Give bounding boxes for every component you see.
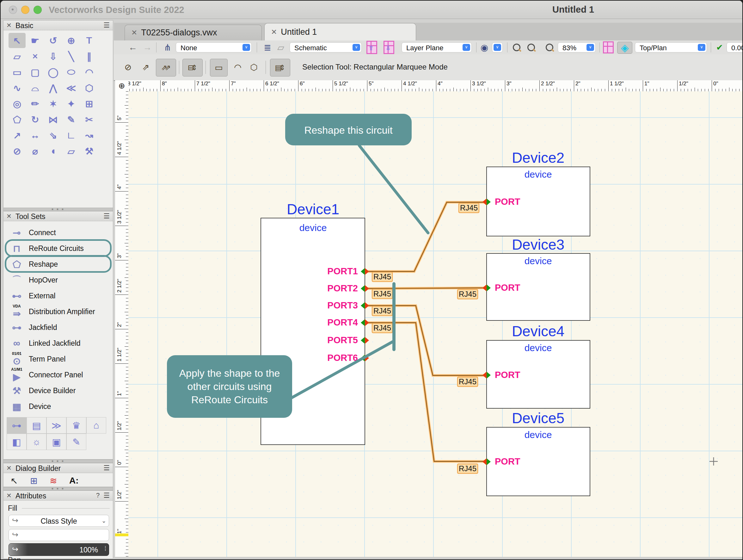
- opacity-bar[interactable]: ↪ 100% ⁞: [8, 543, 109, 556]
- device-device4[interactable]: Device4devicePORT: [487, 323, 590, 408]
- tool-set-item-reroute-circuits-tool[interactable]: ⊓ReRoute Circuits: [3, 241, 113, 256]
- push-pull-tool-icon[interactable]: ⇩: [45, 49, 62, 64]
- rectangle-tool-icon[interactable]: ▭: [8, 64, 26, 80]
- connector-category-icon[interactable]: ⊶: [7, 417, 27, 433]
- circle-tool-icon[interactable]: ◯: [45, 64, 62, 80]
- select-similar-tool-icon[interactable]: ✦: [62, 96, 80, 111]
- projection-select[interactable]: Top/Plan ∨: [635, 42, 707, 52]
- palette-menu-icon[interactable]: ☰: [103, 212, 110, 220]
- back-icon[interactable]: ←: [127, 40, 139, 54]
- palette-drag-handle[interactable]: ■ ■ ■: [3, 460, 113, 463]
- palette-drag-handle[interactable]: ■ ■ ■: [3, 487, 113, 491]
- double-polyline-tool-icon[interactable]: ≪: [62, 80, 80, 95]
- zoom-icon[interactable]: [542, 40, 557, 54]
- snap-indicator-icon[interactable]: ✔: [713, 40, 726, 54]
- chevron-button[interactable]: ∨: [243, 44, 250, 51]
- flyover-tool-icon[interactable]: ↺: [45, 33, 62, 48]
- tool-set-item-external-tool[interactable]: ⊷External: [3, 288, 113, 304]
- ellipse-tool-icon[interactable]: ⬭: [62, 64, 80, 80]
- rj45-label[interactable]: RJ45: [457, 377, 478, 386]
- chevron-button[interactable]: ∨: [698, 44, 705, 51]
- device-device3[interactable]: Device3devicePORT: [487, 236, 590, 320]
- rotate-tool-icon[interactable]: ↻: [27, 112, 44, 127]
- minimize-window-button[interactable]: [21, 6, 30, 14]
- rack-category-icon[interactable]: ▤: [27, 417, 46, 433]
- 2d-selection-tool-icon[interactable]: ↖: [8, 33, 26, 48]
- line-tool-icon[interactable]: ╲: [62, 49, 80, 64]
- chevron-button[interactable]: ∨: [353, 44, 360, 51]
- double-line-tool-icon[interactable]: ∥: [81, 49, 98, 64]
- tool-set-item-device-tool[interactable]: ▦Device: [3, 399, 113, 415]
- protractor-tool-icon[interactable]: ◖: [45, 143, 62, 159]
- eyedropper-tool-icon[interactable]: ✏: [27, 96, 44, 111]
- arc-dimension-tool-icon[interactable]: ↝: [81, 128, 98, 143]
- rj45-label[interactable]: RJ45: [457, 464, 478, 473]
- tool-set-item-linked-jackfield-tool[interactable]: ∞Linked Jackfield: [3, 336, 113, 352]
- fit-page-zoom-icon[interactable]: [510, 40, 524, 54]
- reshape-callout[interactable]: Reshape this circuit: [285, 114, 412, 145]
- send-to-front-icon[interactable]: ⇩: [383, 40, 395, 54]
- close-tab-icon[interactable]: ✕: [131, 29, 137, 37]
- architect-category-icon[interactable]: ⌂: [86, 417, 106, 433]
- send-to-back-icon[interactable]: ⇧: [365, 40, 378, 54]
- palette-menu-icon[interactable]: ☰: [103, 464, 110, 472]
- plane-select[interactable]: Layer Plane ∨: [401, 42, 472, 52]
- polygon-marquee-mode-button[interactable]: ⬡: [245, 59, 262, 76]
- close-palette-icon[interactable]: ✕: [6, 464, 12, 472]
- close-palette-icon[interactable]: ✕: [6, 213, 12, 220]
- window-view-icon[interactable]: [602, 40, 615, 54]
- fill-color-select[interactable]: ↪: [8, 529, 109, 541]
- tool-set-item-term-panel-tool[interactable]: ⊙01/01Term Panel: [3, 352, 113, 367]
- sheet-icon[interactable]: ▱: [274, 40, 287, 54]
- single-connection-mode-button[interactable]: ⇗: [137, 59, 154, 76]
- tab-untitled-1[interactable]: ✕ Untitled 1: [264, 23, 416, 40]
- unified-view-icon[interactable]: ◈: [617, 42, 632, 54]
- lasso-marquee-mode-button[interactable]: ◠: [229, 59, 246, 76]
- layers-icon[interactable]: ≣: [261, 40, 274, 54]
- tool-set-item-distribution-amplifier-tool[interactable]: ⇛VDADistribution Amplifier: [3, 304, 113, 320]
- regular-polygon-tool-icon[interactable]: ⬡: [81, 80, 98, 95]
- help-icon[interactable]: ?: [96, 492, 100, 499]
- zoom-select[interactable]: 83% ∨: [558, 42, 596, 52]
- tool-set-item-hopover-tool[interactable]: ⌒HopOver: [3, 272, 113, 288]
- multi-connection-mode-button[interactable]: ⇗⇗: [156, 59, 176, 77]
- shapes-category-icon[interactable]: ◧: [7, 433, 27, 450]
- tool-set-item-connect-tool[interactable]: ⊸Connect: [3, 225, 113, 241]
- label-control-tool-icon[interactable]: A:: [69, 476, 79, 486]
- spiral-tool-icon[interactable]: ◎: [8, 96, 26, 111]
- close-tab-icon[interactable]: ✕: [271, 28, 277, 36]
- chevron-button[interactable]: ∨: [493, 44, 501, 51]
- rj45-label[interactable]: RJ45: [459, 203, 479, 213]
- tool-set-item-jackfield-tool[interactable]: ⊶Jackfield: [3, 320, 113, 336]
- dome-tool-icon[interactable]: ⌓: [27, 80, 44, 95]
- saved-views-icon[interactable]: ⋔: [161, 40, 175, 54]
- hammer-tool-icon[interactable]: ⚒: [81, 143, 98, 159]
- furniture-category-icon[interactable]: ▣: [46, 433, 67, 450]
- device-spacing-mode-button[interactable]: ⊟⇕: [182, 59, 203, 77]
- chevron-button[interactable]: ∨: [586, 44, 594, 51]
- lighting-category-icon[interactable]: ♛: [67, 417, 86, 433]
- rj45-label[interactable]: RJ45: [372, 289, 392, 299]
- layer-select[interactable]: Schematic ∨: [290, 42, 362, 52]
- text-tool-icon[interactable]: T: [81, 33, 98, 48]
- fill-style-select[interactable]: ↪ Class Style ⌄: [8, 515, 109, 527]
- saved-view-select[interactable]: None ∨: [176, 42, 252, 52]
- magic-wand-tool-icon[interactable]: ✶: [45, 96, 62, 111]
- palette-menu-icon[interactable]: ☰: [103, 492, 110, 500]
- rj45-label[interactable]: RJ45: [372, 272, 392, 282]
- marker-tool-icon[interactable]: ✎: [62, 112, 80, 127]
- tool-set-item-connector-panel-tool[interactable]: ▶A1/M1Connector Panel: [3, 367, 113, 383]
- tool-set-item-device-builder-tool[interactable]: ⚒Device Builder: [3, 383, 113, 399]
- diametral-dimension-tool-icon[interactable]: ⊘: [8, 143, 26, 159]
- apply-shape-callout[interactable]: Apply the shape to theother circuits usi…: [167, 355, 292, 418]
- rectangular-marquee-mode-button[interactable]: ▭: [210, 59, 228, 77]
- stepper-icon[interactable]: ⁞: [104, 545, 105, 552]
- angular-dimension-tool-icon[interactable]: ∟: [62, 128, 80, 143]
- close-palette-icon[interactable]: ✕: [6, 21, 12, 29]
- polyline-tool-icon[interactable]: ⋀: [45, 80, 62, 95]
- freehand-tool-icon[interactable]: ∿: [8, 80, 26, 95]
- leader-line-tool-icon[interactable]: ↗: [8, 128, 26, 143]
- rj45-label[interactable]: RJ45: [372, 323, 392, 333]
- coordinate-field[interactable]: 0.00: [727, 42, 742, 52]
- tab-t02255-dialogs[interactable]: ✕ T02255-dialogs.vwx: [125, 25, 262, 40]
